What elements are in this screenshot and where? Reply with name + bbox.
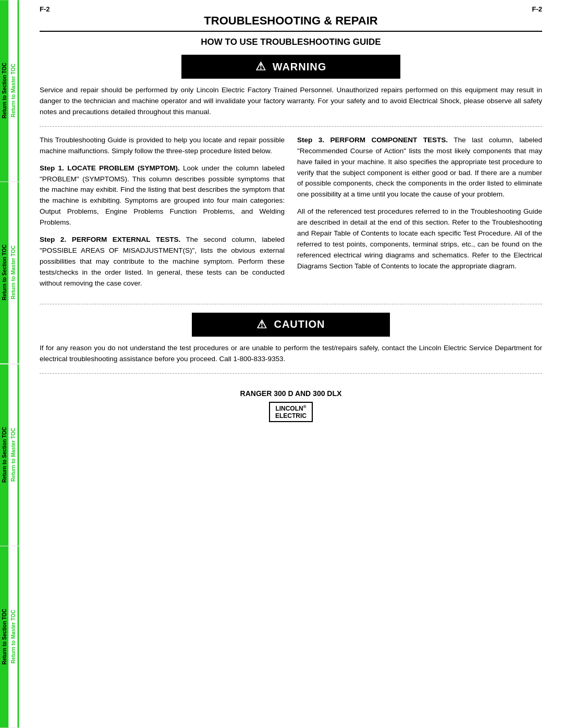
left-column: This Troubleshooting Guide is provided t…: [40, 135, 285, 295]
section-title: HOW TO USE TROUBLESHOOTING GUIDE: [40, 37, 542, 47]
caution-box: ⚠ CAUTION: [192, 313, 390, 337]
dashed-separator-3: [40, 373, 542, 374]
caution-body: If for any reason you do not understand …: [40, 343, 542, 365]
page-number-right: F-2: [532, 5, 543, 13]
caution-icon: ⚠: [256, 318, 267, 331]
caution-box-wrapper: ⚠ CAUTION: [40, 313, 542, 337]
return-master-toc-3[interactable]: Return to Master TOC: [9, 364, 19, 546]
step3-text: The last column, labeled "Recommended Co…: [297, 136, 542, 199]
return-master-toc-1[interactable]: Return to Master TOC: [9, 0, 19, 181]
return-section-toc-2[interactable]: Return to Section TOC: [0, 182, 9, 363]
page-header: F-2 F-2: [40, 0, 542, 14]
right-para2: All of the referenced test procedures re…: [297, 206, 542, 272]
warning-label: WARNING: [273, 61, 327, 73]
logo-reg: ®: [303, 404, 307, 409]
logo-line2: ELECTRIC: [275, 412, 307, 419]
step1-label: Step 1. LOCATE PROBLEM (SYMPTOM).: [40, 164, 180, 172]
page-number-left: F-2: [40, 5, 50, 13]
return-section-toc-1[interactable]: Return to Section TOC: [0, 0, 9, 181]
two-column-section: This Troubleshooting Guide is provided t…: [40, 135, 542, 295]
step1-paragraph: Step 1. LOCATE PROBLEM (SYMPTOM). Look u…: [40, 163, 285, 229]
dashed-separator-2: [40, 304, 542, 304]
step2-paragraph: Step 2. PERFORM EXTERNAL TESTS. The seco…: [40, 235, 285, 289]
intro-text: This Troubleshooting Guide is provided t…: [40, 135, 285, 157]
return-master-toc-2[interactable]: Return to Master TOC: [9, 182, 19, 363]
logo-line1: LINCOLN: [275, 405, 303, 412]
step2-label: Step 2. PERFORM EXTERNAL TESTS.: [40, 236, 180, 243]
warning-icon: ⚠: [255, 60, 266, 73]
nav-group-1: Return to Section TOC Return to Master T…: [0, 0, 19, 182]
footer: RANGER 300 D AND 300 DLX LINCOLN® ELECTR…: [40, 389, 542, 433]
warning-body: Service and repair should be performed b…: [40, 85, 542, 118]
return-section-toc-3[interactable]: Return to Section TOC: [0, 364, 9, 546]
right-column: Step 3. PERFORM COMPONENT TESTS. The las…: [297, 135, 542, 295]
footer-model: RANGER 300 D AND 300 DLX: [40, 389, 542, 398]
lincoln-logo: LINCOLN® ELECTRIC: [269, 402, 313, 422]
main-title: TROUBLESHOOTING & REPAIR: [40, 14, 542, 32]
step3-label: Step 3. PERFORM COMPONENT TESTS.: [297, 136, 448, 144]
return-section-toc-4[interactable]: Return to Section TOC: [0, 546, 9, 727]
step1-text: Look under the column labeled "PROBLEM" …: [40, 164, 285, 227]
warning-box: ⚠ WARNING: [181, 55, 400, 79]
dashed-separator-1: [40, 126, 542, 127]
side-nav: Return to Section TOC Return to Master T…: [0, 0, 19, 728]
nav-group-3: Return to Section TOC Return to Master T…: [0, 364, 19, 546]
step3-paragraph: Step 3. PERFORM COMPONENT TESTS. The las…: [297, 135, 542, 201]
main-content: F-2 F-2 TROUBLESHOOTING & REPAIR HOW TO …: [19, 0, 563, 728]
nav-group-2: Return to Section TOC Return to Master T…: [0, 182, 19, 364]
caution-label: CAUTION: [274, 318, 325, 330]
nav-group-4: Return to Section TOC Return to Master T…: [0, 546, 19, 728]
return-master-toc-4[interactable]: Return to Master TOC: [9, 546, 19, 727]
